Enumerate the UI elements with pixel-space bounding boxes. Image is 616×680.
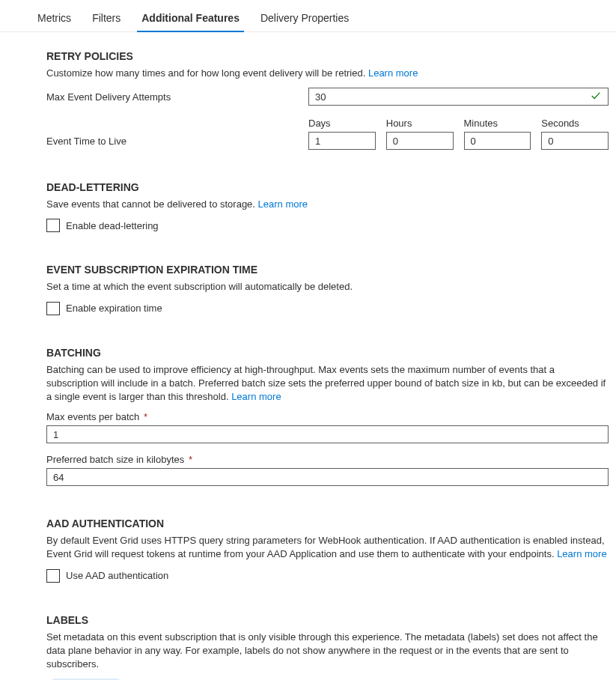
ttl-hours-input[interactable] bbox=[386, 132, 454, 150]
expiration-desc: Set a time at which the event subscripti… bbox=[46, 280, 609, 294]
section-expiration: EVENT SUBSCRIPTION EXPIRATION TIME Set a… bbox=[46, 264, 609, 315]
preferred-size-input[interactable] bbox=[46, 468, 609, 486]
batching-learn-more-link[interactable]: Learn more bbox=[231, 391, 281, 402]
use-aad-checkbox[interactable] bbox=[46, 569, 60, 583]
preferred-size-label: Preferred batch size in kilobytes bbox=[46, 454, 184, 465]
use-aad-label: Use AAD authentication bbox=[66, 570, 168, 581]
ttl-seconds-input[interactable] bbox=[541, 132, 609, 150]
max-attempts-label: Max Event Delivery Attempts bbox=[46, 91, 308, 103]
max-attempts-input[interactable] bbox=[308, 88, 609, 106]
ttl-seconds-label: Seconds bbox=[541, 118, 609, 129]
ttl-minutes-input[interactable] bbox=[464, 132, 531, 150]
deadletter-desc: Save events that cannot be delivered to … bbox=[46, 198, 609, 211]
ttl-hours-label: Hours bbox=[386, 118, 454, 129]
section-batching: BATCHING Batching can be used to improve… bbox=[46, 347, 609, 487]
ttl-label: Event Time to Live bbox=[46, 136, 308, 150]
aad-learn-more-link[interactable]: Learn more bbox=[557, 548, 606, 559]
section-aad: AAD AUTHENTICATION By default Event Grid… bbox=[46, 517, 609, 582]
aad-title: AAD AUTHENTICATION bbox=[46, 517, 609, 529]
tab-filters[interactable]: Filters bbox=[82, 6, 131, 31]
enable-expiration-checkbox[interactable] bbox=[46, 302, 60, 315]
section-dead-lettering: DEAD-LETTERING Save events that cannot b… bbox=[46, 181, 609, 232]
tab-metrics[interactable]: Metrics bbox=[27, 6, 82, 31]
retry-title: RETRY POLICIES bbox=[46, 50, 609, 62]
section-labels: LABELS Set metadata on this event subscr… bbox=[46, 614, 609, 681]
batching-title: BATCHING bbox=[46, 347, 609, 359]
retry-desc: Customize how many times and for how lon… bbox=[46, 67, 609, 80]
tabs-bar: Metrics Filters Additional Features Deli… bbox=[0, 6, 616, 32]
ttl-days-label: Days bbox=[308, 118, 376, 129]
max-events-input[interactable] bbox=[46, 425, 609, 443]
required-indicator: * bbox=[144, 411, 147, 422]
max-events-label: Max events per batch bbox=[46, 411, 139, 422]
tab-delivery-properties[interactable]: Delivery Properties bbox=[250, 6, 359, 31]
deadletter-title: DEAD-LETTERING bbox=[46, 181, 609, 193]
retry-learn-more-link[interactable]: Learn more bbox=[368, 67, 418, 79]
section-retry-policies: RETRY POLICIES Customize how many times … bbox=[46, 50, 609, 150]
enable-expiration-label: Enable expiration time bbox=[66, 303, 162, 314]
labels-desc: Set metadata on this event subscription … bbox=[46, 631, 609, 672]
enable-deadletter-checkbox[interactable] bbox=[46, 219, 60, 232]
tab-additional-features[interactable]: Additional Features bbox=[131, 6, 250, 31]
batching-desc: Batching can be used to improve efficien… bbox=[46, 363, 609, 404]
deadletter-learn-more-link[interactable]: Learn more bbox=[258, 198, 308, 210]
ttl-days-input[interactable] bbox=[308, 132, 376, 150]
labels-title: LABELS bbox=[46, 614, 609, 626]
ttl-minutes-label: Minutes bbox=[464, 118, 531, 129]
required-indicator: * bbox=[189, 454, 192, 465]
aad-desc: By default Event Grid uses HTTPS query s… bbox=[46, 534, 609, 561]
enable-deadletter-label: Enable dead-lettering bbox=[66, 220, 159, 231]
expiration-title: EVENT SUBSCRIPTION EXPIRATION TIME bbox=[46, 264, 609, 276]
